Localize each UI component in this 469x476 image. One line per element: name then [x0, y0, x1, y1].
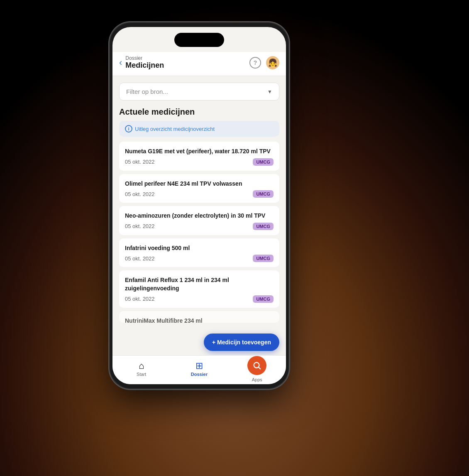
back-button[interactable]: ‹	[119, 57, 122, 68]
medication-name: Olimel perifeer N4E 234 ml TPV volwassen	[125, 180, 274, 188]
medication-badge: UMCG	[253, 158, 274, 166]
page-title: Medicijnen	[125, 61, 249, 70]
medication-name: Infatrini voeding 500 ml	[125, 244, 274, 253]
medication-date: 05 okt. 2022	[125, 296, 155, 302]
header-icons: ? 👧	[249, 56, 279, 69]
dossier-icon: ⊞	[195, 361, 203, 370]
phone-screen: ‹ Dossier Medicijnen ? 👧 Filter op bron.…	[112, 27, 286, 384]
medication-footer: 05 okt. 2022 UMCG	[125, 295, 274, 303]
section-title: Actuele medicijnen	[119, 107, 279, 117]
info-link-text: Uitleg overzicht medicijnoverzicht	[135, 126, 215, 132]
phone-frame: ‹ Dossier Medicijnen ? 👧 Filter op bron.…	[110, 23, 288, 388]
add-medication-button[interactable]: + Medicijn toevoegen	[204, 334, 279, 351]
medication-list: Numeta G19E met vet (perifeer), water 18…	[112, 142, 286, 325]
medication-name: Numeta G19E met vet (perifeer), water 18…	[125, 147, 274, 156]
header: ‹ Dossier Medicijnen ? 👧	[112, 52, 286, 76]
help-button[interactable]: ?	[249, 57, 261, 69]
svg-line-1	[259, 367, 260, 369]
medication-footer: 05 okt. 2022 UMCG	[125, 255, 274, 262]
nav-label-apps: Apps	[252, 377, 262, 382]
nav-label-dossier: Dossier	[191, 372, 208, 377]
filter-bar: Filter op bron... ▼	[119, 83, 279, 101]
medication-badge: UMCG	[253, 255, 274, 262]
avatar[interactable]: 👧	[266, 56, 279, 69]
medication-item-partial[interactable]: NutriniMax Multifibre 234 ml	[119, 311, 279, 323]
medication-date: 05 okt. 2022	[125, 223, 155, 229]
medication-footer: 05 okt. 2022 UMCG	[125, 190, 274, 198]
nav-item-start[interactable]: ⌂ Start	[112, 361, 170, 377]
header-text: Dossier Medicijnen	[125, 55, 249, 70]
nav-label-start: Start	[137, 372, 146, 377]
filter-select[interactable]: Filter op bron... ▼	[119, 83, 279, 101]
medication-date: 05 okt. 2022	[125, 191, 155, 197]
nav-item-dossier[interactable]: ⊞ Dossier	[170, 361, 228, 377]
medication-date: 05 okt. 2022	[125, 159, 155, 165]
medication-name: Enfamil Anti Reflux 1 234 ml in 234 ml z…	[125, 276, 274, 292]
scene: ‹ Dossier Medicijnen ? 👧 Filter op bron.…	[0, 0, 469, 476]
apps-search-icon	[247, 356, 266, 375]
chevron-down-icon: ▼	[267, 89, 272, 95]
medication-item[interactable]: Infatrini voeding 500 ml 05 okt. 2022 UM…	[119, 238, 279, 267]
nav-item-apps[interactable]: Apps	[228, 356, 286, 382]
medication-badge: UMCG	[253, 190, 274, 198]
info-icon: i	[125, 125, 132, 132]
bottom-navigation: ⌂ Start ⊞ Dossier Apps	[112, 355, 286, 384]
medication-item[interactable]: Olimel perifeer N4E 234 ml TPV volwassen…	[119, 174, 279, 203]
medication-item[interactable]: Numeta G19E met vet (perifeer), water 18…	[119, 142, 279, 171]
medication-badge: UMCG	[253, 295, 274, 303]
home-icon: ⌂	[139, 361, 144, 370]
medication-date: 05 okt. 2022	[125, 255, 155, 262]
info-link[interactable]: i Uitleg overzicht medicijnoverzicht	[119, 121, 279, 137]
medication-footer: 05 okt. 2022 UMCG	[125, 223, 274, 230]
medication-item[interactable]: Neo-aminozuren (zonder electrolyten) in …	[119, 206, 279, 235]
medication-name-partial: NutriniMax Multifibre 234 ml	[125, 317, 274, 323]
header-section: Dossier	[125, 55, 249, 61]
medication-item[interactable]: Enfamil Anti Reflux 1 234 ml in 234 ml z…	[119, 270, 279, 307]
content-area: Filter op bron... ▼ Actuele medicijnen i…	[112, 77, 286, 355]
dynamic-island	[174, 33, 224, 47]
medication-badge: UMCG	[253, 223, 274, 230]
medication-name: Neo-aminozuren (zonder electrolyten) in …	[125, 212, 274, 220]
filter-placeholder: Filter op bron...	[126, 88, 168, 95]
medication-footer: 05 okt. 2022 UMCG	[125, 158, 274, 166]
